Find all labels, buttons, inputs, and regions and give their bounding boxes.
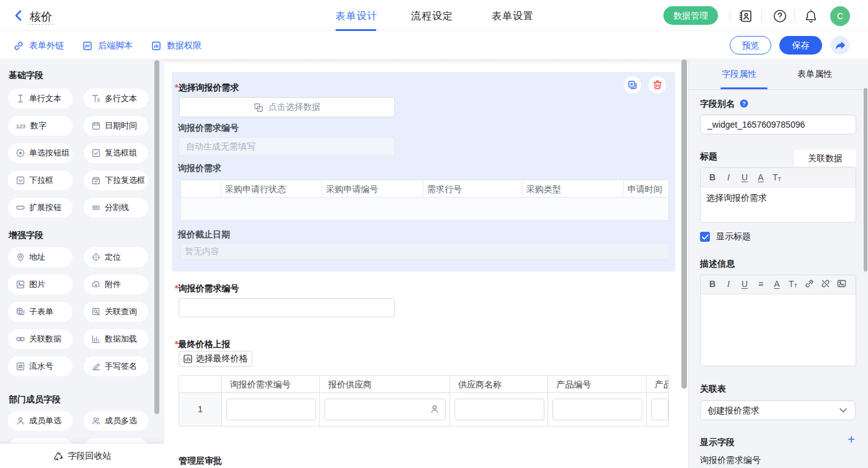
svg-text:123: 123 xyxy=(16,123,25,129)
svg-text:?: ? xyxy=(742,100,746,107)
